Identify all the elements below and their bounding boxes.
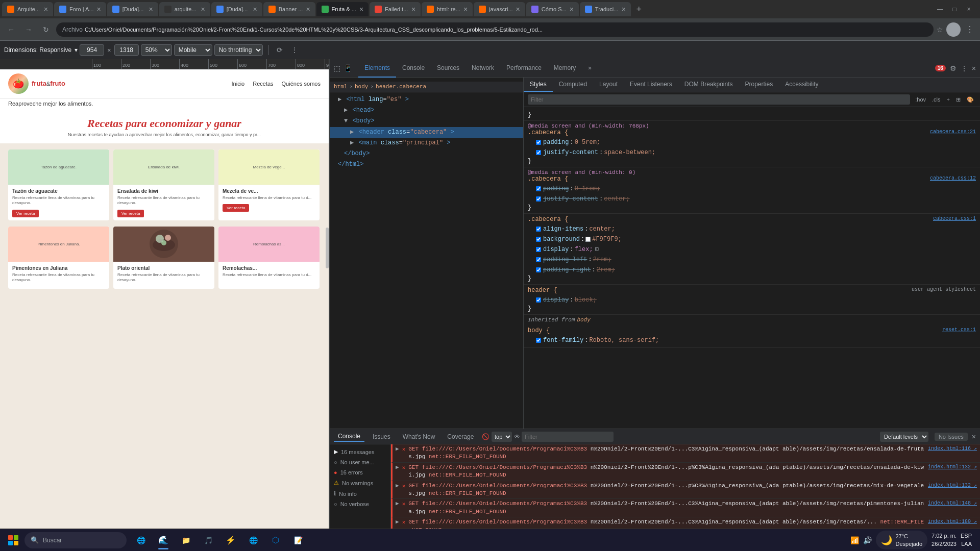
responsive-selector[interactable]: Dimensions: Responsive ▾ [4, 46, 78, 54]
sidebar-all-messages[interactable]: ▶ 16 messages [330, 446, 390, 457]
forward-button[interactable]: → [21, 22, 36, 37]
html-line-6[interactable]: </body> [330, 148, 523, 159]
tab-close-8[interactable]: × [411, 6, 415, 13]
console-tab-console[interactable]: Console [334, 432, 364, 442]
tab-11[interactable]: Cómo S... × [526, 2, 579, 16]
tab-8[interactable]: Failed t... × [370, 2, 421, 16]
devtools-settings-icon[interactable]: ⚙ [950, 64, 957, 72]
prop-checkbox-6[interactable] [536, 237, 541, 242]
console-clear-button[interactable]: 🚫 [482, 433, 489, 440]
tab-more[interactable]: » [582, 59, 598, 78]
tab-12[interactable]: Traduci... × [580, 2, 631, 16]
tab-2[interactable]: Foro | A... × [54, 2, 106, 16]
taskbar-app-game[interactable]: ⚡ [220, 530, 241, 550]
taskbar-app-music[interactable]: 🎵 [198, 530, 218, 550]
msg-arrow-4[interactable]: ▶ [396, 500, 399, 507]
sidebar-user-messages[interactable]: ○ No user me... [330, 457, 390, 467]
tab-close-7[interactable]: × [359, 6, 363, 13]
console-level-select[interactable]: Default levels [880, 432, 928, 442]
prop-checkbox-10[interactable] [536, 297, 541, 303]
selector-4[interactable]: user agent stylesheet header { [528, 287, 976, 294]
reload-button[interactable]: ↻ [39, 22, 53, 37]
html-line-7[interactable]: </html> [330, 159, 523, 170]
msg-link-5[interactable]: index.html:180 ↗ [928, 518, 977, 524]
start-button[interactable] [4, 531, 22, 549]
tab-7[interactable]: Fruta & ... × [316, 2, 369, 16]
prop-checkbox-4[interactable] [536, 196, 541, 202]
taskbar-app-vscode[interactable]: ⬡ [265, 530, 286, 550]
rotate-icon[interactable]: ⟳ [274, 45, 286, 55]
taskbar-app-edge[interactable]: 🌊 [153, 530, 174, 550]
card-kiwi-btn[interactable]: Ver receta [117, 210, 144, 217]
sidebar-verbose[interactable]: ○ No verbose [330, 499, 390, 509]
taskbar-search[interactable]: 🔍 Buscar [24, 532, 127, 548]
tab-3[interactable]: [Duda]... × [107, 2, 158, 16]
cls-filter[interactable]: .cls [930, 96, 943, 104]
tab-close-2[interactable]: × [97, 6, 101, 13]
tab-network[interactable]: Network [465, 59, 500, 78]
taskbar-clock[interactable]: 7:02 p. m. 26/2/2023 [932, 532, 957, 548]
selector-5[interactable]: reset.css:1 body { [528, 327, 976, 334]
color-filter[interactable]: 🎨 [965, 96, 976, 104]
tab-elements[interactable]: Elements [358, 59, 396, 78]
console-close-button[interactable]: × [972, 433, 976, 441]
prop-checkbox-8[interactable] [536, 257, 541, 262]
taskbar-app-explorer[interactable]: 📁 [176, 530, 196, 550]
prop-checkbox-11[interactable] [536, 338, 541, 343]
tab-4[interactable]: arquite... × [159, 2, 210, 16]
nav-inicio[interactable]: Inicio [232, 81, 245, 87]
back-button[interactable]: ← [4, 22, 18, 37]
nav-quienes[interactable]: Quiénes somos [282, 81, 321, 87]
network-icon[interactable]: 📶 [850, 536, 859, 544]
viewport-scrollbar[interactable] [326, 228, 329, 268]
styles-tab-dom-breakpoints[interactable]: DOM Breakpoints [678, 78, 739, 92]
html-line-1[interactable]: ▶ <html lang="es" > [330, 94, 523, 105]
styles-tab-properties[interactable]: Properties [739, 78, 779, 92]
console-tab-whats-new[interactable]: What's New [399, 432, 439, 441]
source-2[interactable]: cabecera.css:12 [930, 176, 976, 181]
styles-tab-layout[interactable]: Layout [593, 78, 624, 92]
new-tab-button[interactable]: + [632, 2, 646, 16]
tab-close-9[interactable]: × [463, 6, 468, 13]
msg-link-2[interactable]: index.html:132 ↗ [928, 464, 977, 470]
maximize-button[interactable]: □ [949, 4, 960, 14]
styles-tab-event-listeners[interactable]: Event Listeners [624, 78, 678, 92]
browser-menu-button[interactable]: ⋮ [964, 22, 976, 36]
tab-close-4[interactable]: × [201, 6, 205, 13]
html-line-4[interactable]: ▶ <header class="cabecera" > [330, 127, 523, 138]
tab-close-11[interactable]: × [570, 6, 574, 13]
prop-checkbox-1[interactable] [536, 140, 541, 145]
console-filter-input[interactable] [522, 432, 614, 442]
selector-3[interactable]: cabecera.css:1 .cabecera { [528, 216, 976, 223]
volume-icon[interactable]: 🔊 [863, 536, 872, 544]
tab-close-5[interactable]: × [253, 6, 257, 13]
prop-checkbox-2[interactable] [536, 150, 541, 155]
console-tab-coverage[interactable]: Coverage [443, 432, 478, 441]
tab-5[interactable]: [Duda]... × [211, 2, 262, 16]
tab-10[interactable]: javascri... × [474, 2, 525, 16]
tab-memory[interactable]: Memory [548, 59, 582, 78]
msg-arrow-3[interactable]: ▶ [396, 482, 399, 489]
tab-close-10[interactable]: × [516, 6, 520, 13]
tab-6[interactable]: Banner ... × [263, 2, 315, 16]
source-5[interactable]: reset.css:1 [942, 327, 976, 333]
taskbar-app-chrome[interactable]: 🌐 [131, 530, 151, 550]
styles-tab-accessibility[interactable]: Accessibility [779, 78, 824, 92]
throttle-select[interactable]: No throttling [214, 44, 263, 56]
address-url[interactable]: Archivo C:/Users/Oniel/Documents/Program… [56, 22, 934, 37]
source-3[interactable]: cabecera.css:1 [933, 216, 976, 221]
sidebar-warnings[interactable]: ⚠ No warnings [330, 478, 390, 488]
breadcrumb-header[interactable]: header.cabecera [376, 84, 426, 90]
weather-widget[interactable]: 🌙 27°C Despejado [876, 531, 927, 549]
plus-filter[interactable]: + [945, 96, 952, 104]
styles-tab-styles[interactable]: Styles [524, 78, 553, 92]
minimize-button[interactable]: — [935, 4, 945, 14]
more-options-icon[interactable]: ⋮ [288, 45, 301, 55]
html-line-5[interactable]: ▶ <main class="principal" > [330, 138, 523, 148]
devtools-more-icon[interactable]: ⋮ [961, 64, 968, 72]
html-line-3[interactable]: ▼ <body> [330, 116, 523, 127]
breadcrumb-body[interactable]: body [355, 84, 368, 90]
devtools-close-icon[interactable]: × [972, 64, 976, 72]
msg-arrow-2[interactable]: ▶ [396, 464, 399, 470]
msg-arrow-1[interactable]: ▶ [396, 445, 399, 452]
